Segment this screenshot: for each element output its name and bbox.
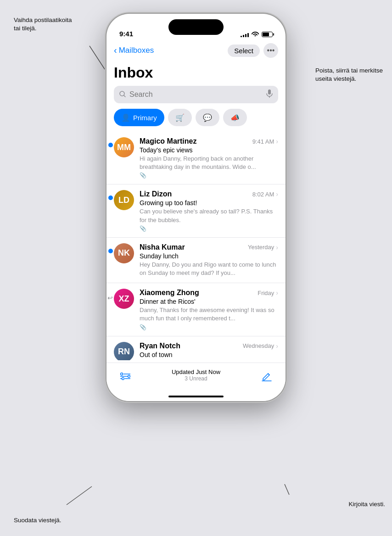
email-body: Nisha Kumar Yesterday › Sunday lunch Hey… (140, 243, 278, 277)
email-sender: Liz Dizon (140, 190, 252, 198)
phone-frame: 9:41 ‹ Mailboxes (106, 14, 286, 401)
email-header: Liz Dizon 8:02 AM › (140, 190, 278, 198)
email-sender: Xiaomeng Zhong (140, 289, 258, 297)
more-icon: ••• (267, 46, 275, 55)
annotation-bottom-right: Kirjoita viesti. (348, 500, 385, 508)
attachment-icon: 📎 (140, 225, 278, 232)
svg-point-11 (128, 375, 130, 378)
svg-rect-6 (268, 89, 271, 95)
email-meta: Yesterday › (248, 244, 278, 251)
email-preview: Hey Danny, Do you and Rigo want to come … (140, 261, 278, 277)
microphone-icon[interactable] (266, 89, 273, 100)
svg-line-2 (67, 486, 92, 505)
email-list: MM Magico Martinez 9:41 AM › Today's epi… (106, 132, 286, 360)
primary-tab-icon: 👤 (121, 113, 130, 122)
email-sender: Magico Martinez (140, 137, 252, 145)
email-body: Ryan Notch Wednesday › Out of town Howdy… (140, 342, 278, 361)
wifi-icon (252, 31, 259, 38)
filter-button[interactable] (118, 368, 133, 384)
email-item[interactable]: MM Magico Martinez 9:41 AM › Today's epi… (106, 132, 286, 184)
svg-point-14 (122, 378, 124, 380)
email-item[interactable]: NK Nisha Kumar Yesterday › Sunday lunch … (106, 238, 286, 283)
more-button[interactable]: ••• (263, 43, 278, 58)
chevron-right-icon: › (276, 289, 278, 296)
email-item[interactable]: ↩ XZ Xiaomeng Zhong Friday › Dinner at t… (106, 283, 286, 336)
avatar: MM (114, 137, 134, 157)
email-body: Liz Dizon 8:02 AM › Growing up too fast!… (140, 190, 278, 231)
tab-promotions[interactable]: 📣 (223, 109, 247, 126)
back-button[interactable]: ‹ Mailboxes (114, 45, 154, 56)
nav-bar: ‹ Mailboxes Select ••• (106, 40, 286, 61)
email-preview: Can you believe she's already so tall? P… (140, 207, 278, 224)
email-subject: Growing up too fast! (140, 199, 278, 207)
status-info: Updated Just Now 3 Unread (172, 368, 220, 382)
page-wrapper: Vaihda postilaatikoitatai tilejä. Poista… (0, 0, 392, 536)
email-header: Ryan Notch Wednesday › (140, 342, 278, 350)
search-input[interactable] (129, 90, 263, 99)
svg-point-8 (121, 373, 123, 375)
signal-bar-2 (243, 35, 244, 37)
email-meta: 9:41 AM › (252, 138, 278, 145)
email-header: Nisha Kumar Yesterday › (140, 243, 278, 251)
email-subject: Dinner at the Ricos' (140, 298, 278, 305)
replied-icon: ↩ (107, 294, 113, 302)
tab-shopping[interactable]: 🛒 (168, 109, 192, 126)
nav-actions: Select ••• (228, 43, 278, 58)
svg-line-5 (124, 95, 125, 97)
email-meta: 8:02 AM › (252, 190, 278, 198)
annotation-top-left: Vaihda postilaatikoitatai tilejä. (14, 16, 72, 33)
category-tabs: 👤 Primary 🛒 💬 📣 (106, 109, 286, 132)
email-item[interactable]: LD Liz Dizon 8:02 AM › Growing up too fa… (106, 184, 286, 237)
updated-status: Updated Just Now (172, 368, 220, 375)
search-bar[interactable] (114, 86, 278, 103)
email-preview: Hi again Danny, Reporting back on anothe… (140, 155, 278, 171)
email-time: 9:41 AM (252, 138, 274, 145)
email-item[interactable]: RN Ryan Notch Wednesday › Out of town Ho… (106, 336, 286, 361)
signal-bars-icon (241, 32, 249, 37)
unread-indicator (108, 195, 113, 200)
signal-bar-3 (245, 34, 246, 37)
email-preview: Danny, Thanks for the awesome evening! I… (140, 306, 278, 323)
email-body: Magico Martinez 9:41 AM › Today's epic v… (140, 137, 278, 179)
signal-bar-4 (247, 33, 249, 37)
back-label: Mailboxes (119, 46, 154, 55)
avatar: LD (114, 190, 134, 210)
battery-icon (262, 32, 273, 37)
avatar: XZ (114, 289, 134, 309)
email-time: Friday (258, 290, 274, 296)
main-content: Inbox (106, 61, 286, 363)
tab-messages[interactable]: 💬 (196, 109, 219, 126)
primary-tab-label: Primary (133, 114, 157, 122)
chevron-right-icon: › (276, 244, 278, 251)
email-body: Xiaomeng Zhong Friday › Dinner at the Ri… (140, 289, 278, 330)
unread-count: 3 Unread (172, 375, 220, 382)
svg-line-3 (285, 484, 289, 495)
email-subject: Today's epic views (140, 146, 278, 154)
avatar: NK (114, 243, 134, 263)
email-sender: Ryan Notch (140, 342, 243, 350)
attachment-icon: 📎 (140, 172, 278, 179)
email-time: 8:02 AM (252, 191, 274, 198)
email-header: Xiaomeng Zhong Friday › (140, 289, 278, 297)
status-time: 9:41 (119, 30, 133, 38)
chevron-right-icon: › (276, 342, 278, 350)
unread-indicator (108, 143, 113, 147)
attachment-icon: 📎 (140, 324, 278, 330)
email-preview: Howdy, neighbor, Just wanted to drop a q… (140, 359, 278, 361)
home-indicator (168, 396, 224, 397)
annotation-top-right: Poista, siirrä tai merkitseuseita vieste… (315, 67, 383, 83)
dynamic-island (168, 19, 224, 35)
signal-bar-1 (241, 36, 242, 37)
select-button[interactable]: Select (228, 45, 260, 57)
back-chevron-icon: ‹ (114, 45, 117, 56)
chevron-right-icon: › (276, 190, 278, 198)
tab-primary[interactable]: 👤 Primary (114, 109, 164, 126)
compose-button[interactable] (259, 368, 274, 384)
email-meta: Wednesday › (243, 342, 278, 350)
email-time: Wednesday (243, 342, 274, 349)
status-icons (241, 31, 273, 38)
shopping-tab-icon: 🛒 (175, 113, 185, 122)
email-time: Yesterday (248, 244, 274, 251)
email-subject: Out of town (140, 351, 278, 358)
inbox-title: Inbox (106, 61, 286, 86)
